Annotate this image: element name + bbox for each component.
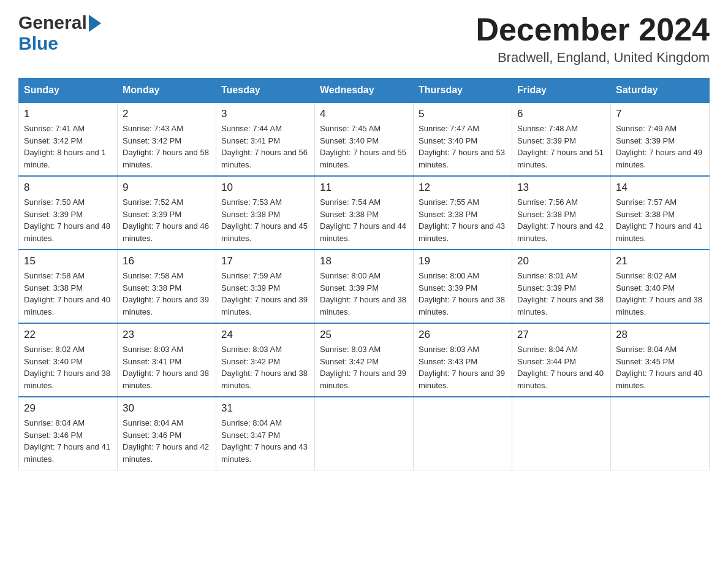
calendar-cell: 30 Sunrise: 8:04 AM Sunset: 3:46 PM Dayl… [118,397,216,470]
calendar-cell: 5 Sunrise: 7:47 AM Sunset: 3:40 PM Dayli… [414,102,512,176]
calendar-cell: 19 Sunrise: 8:00 AM Sunset: 3:39 PM Dayl… [414,250,512,323]
calendar-cell: 4 Sunrise: 7:45 AM Sunset: 3:40 PM Dayli… [315,102,414,176]
day-info: Sunrise: 8:02 AM Sunset: 3:40 PM Dayligh… [616,270,704,318]
logo: General Blue [18,12,102,54]
calendar-cell: 14 Sunrise: 7:57 AM Sunset: 3:38 PM Dayl… [611,176,710,250]
day-info: Sunrise: 7:55 AM Sunset: 3:38 PM Dayligh… [419,196,507,244]
day-number: 12 [419,182,507,194]
col-friday: Friday [512,79,611,103]
day-info: Sunrise: 8:04 AM Sunset: 3:47 PM Dayligh… [221,417,309,465]
day-number: 27 [517,329,605,341]
col-saturday: Saturday [611,79,710,103]
calendar-cell: 22 Sunrise: 8:02 AM Sunset: 3:40 PM Dayl… [19,323,118,397]
day-info: Sunrise: 7:58 AM Sunset: 3:38 PM Dayligh… [123,270,211,318]
day-info: Sunrise: 8:04 AM Sunset: 3:46 PM Dayligh… [24,417,112,465]
calendar-cell: 2 Sunrise: 7:43 AM Sunset: 3:42 PM Dayli… [118,102,216,176]
day-info: Sunrise: 7:45 AM Sunset: 3:40 PM Dayligh… [320,123,408,170]
day-number: 28 [616,329,704,341]
calendar-week-row: 29 Sunrise: 8:04 AM Sunset: 3:46 PM Dayl… [19,397,710,470]
page-subtitle: Bradwell, England, United Kingdom [476,50,710,66]
day-info: Sunrise: 8:03 AM Sunset: 3:41 PM Dayligh… [123,343,211,391]
calendar-cell: 28 Sunrise: 8:04 AM Sunset: 3:45 PM Dayl… [611,323,710,397]
day-info: Sunrise: 7:54 AM Sunset: 3:38 PM Dayligh… [320,196,408,244]
logo-blue-text: Blue [18,33,58,54]
day-number: 6 [517,108,605,120]
day-info: Sunrise: 7:49 AM Sunset: 3:39 PM Dayligh… [616,123,704,170]
calendar-week-row: 15 Sunrise: 7:58 AM Sunset: 3:38 PM Dayl… [19,250,710,323]
page-title: December 2024 [476,12,710,47]
calendar-cell: 1 Sunrise: 7:41 AM Sunset: 3:42 PM Dayli… [19,102,118,176]
day-number: 11 [320,182,408,194]
day-number: 10 [221,182,309,194]
calendar-cell: 24 Sunrise: 8:03 AM Sunset: 3:42 PM Dayl… [216,323,315,397]
calendar-cell: 15 Sunrise: 7:58 AM Sunset: 3:38 PM Dayl… [19,250,118,323]
calendar-cell: 12 Sunrise: 7:55 AM Sunset: 3:38 PM Dayl… [414,176,512,250]
day-info: Sunrise: 8:03 AM Sunset: 3:42 PM Dayligh… [221,343,309,391]
calendar-cell: 11 Sunrise: 7:54 AM Sunset: 3:38 PM Dayl… [315,176,414,250]
day-number: 30 [123,402,211,415]
calendar-week-row: 8 Sunrise: 7:50 AM Sunset: 3:39 PM Dayli… [19,176,710,250]
day-number: 8 [24,182,112,194]
col-sunday: Sunday [19,79,118,103]
day-number: 15 [24,255,112,267]
day-number: 3 [221,108,309,120]
day-number: 1 [24,108,112,120]
calendar-cell: 26 Sunrise: 8:03 AM Sunset: 3:43 PM Dayl… [414,323,512,397]
day-info: Sunrise: 7:57 AM Sunset: 3:38 PM Dayligh… [616,196,704,244]
day-info: Sunrise: 8:04 AM Sunset: 3:44 PM Dayligh… [517,343,605,391]
day-number: 23 [123,329,211,341]
day-number: 31 [221,402,309,415]
calendar-cell: 6 Sunrise: 7:48 AM Sunset: 3:39 PM Dayli… [512,102,611,176]
day-number: 19 [419,255,507,267]
day-info: Sunrise: 7:53 AM Sunset: 3:38 PM Dayligh… [221,196,309,244]
day-info: Sunrise: 7:56 AM Sunset: 3:38 PM Dayligh… [517,196,605,244]
calendar-week-row: 1 Sunrise: 7:41 AM Sunset: 3:42 PM Dayli… [19,102,710,176]
calendar-cell: 23 Sunrise: 8:03 AM Sunset: 3:41 PM Dayl… [118,323,216,397]
calendar-table: Sunday Monday Tuesday Wednesday Thursday… [18,78,710,470]
calendar-week-row: 22 Sunrise: 8:02 AM Sunset: 3:40 PM Dayl… [19,323,710,397]
day-number: 26 [419,329,507,341]
calendar-cell: 9 Sunrise: 7:52 AM Sunset: 3:39 PM Dayli… [118,176,216,250]
col-monday: Monday [118,79,216,103]
col-tuesday: Tuesday [216,79,315,103]
day-info: Sunrise: 7:44 AM Sunset: 3:41 PM Dayligh… [221,123,309,170]
calendar-cell: 29 Sunrise: 8:04 AM Sunset: 3:46 PM Dayl… [19,397,118,470]
day-number: 4 [320,108,408,120]
day-number: 21 [616,255,704,267]
calendar-cell [512,397,611,470]
day-info: Sunrise: 8:04 AM Sunset: 3:46 PM Dayligh… [123,417,211,465]
day-info: Sunrise: 8:00 AM Sunset: 3:39 PM Dayligh… [320,270,408,318]
day-number: 24 [221,329,309,341]
calendar-cell: 20 Sunrise: 8:01 AM Sunset: 3:39 PM Dayl… [512,250,611,323]
day-info: Sunrise: 7:47 AM Sunset: 3:40 PM Dayligh… [419,123,507,170]
calendar-cell: 3 Sunrise: 7:44 AM Sunset: 3:41 PM Dayli… [216,102,315,176]
day-number: 2 [123,108,211,120]
day-info: Sunrise: 7:41 AM Sunset: 3:42 PM Dayligh… [24,123,112,170]
day-number: 29 [24,402,112,415]
logo-triangle-icon [89,15,102,32]
day-info: Sunrise: 8:03 AM Sunset: 3:42 PM Dayligh… [320,343,408,391]
day-info: Sunrise: 8:02 AM Sunset: 3:40 PM Dayligh… [24,343,112,391]
page-header: General Blue December 2024 Bradwell, Eng… [18,12,710,66]
day-number: 13 [517,182,605,194]
day-number: 22 [24,329,112,341]
day-info: Sunrise: 7:59 AM Sunset: 3:39 PM Dayligh… [221,270,309,318]
calendar-cell: 13 Sunrise: 7:56 AM Sunset: 3:38 PM Dayl… [512,176,611,250]
day-info: Sunrise: 7:48 AM Sunset: 3:39 PM Dayligh… [517,123,605,170]
col-wednesday: Wednesday [315,79,414,103]
calendar-header: Sunday Monday Tuesday Wednesday Thursday… [19,79,710,103]
day-number: 7 [616,108,704,120]
day-info: Sunrise: 8:03 AM Sunset: 3:43 PM Dayligh… [419,343,507,391]
calendar-cell [611,397,710,470]
calendar-cell: 8 Sunrise: 7:50 AM Sunset: 3:39 PM Dayli… [19,176,118,250]
day-number: 18 [320,255,408,267]
day-info: Sunrise: 8:00 AM Sunset: 3:39 PM Dayligh… [419,270,507,318]
day-number: 14 [616,182,704,194]
day-number: 25 [320,329,408,341]
calendar-cell: 21 Sunrise: 8:02 AM Sunset: 3:40 PM Dayl… [611,250,710,323]
day-info: Sunrise: 8:04 AM Sunset: 3:45 PM Dayligh… [616,343,704,391]
day-info: Sunrise: 7:58 AM Sunset: 3:38 PM Dayligh… [24,270,112,318]
day-info: Sunrise: 8:01 AM Sunset: 3:39 PM Dayligh… [517,270,605,318]
day-number: 5 [419,108,507,120]
calendar-cell [414,397,512,470]
